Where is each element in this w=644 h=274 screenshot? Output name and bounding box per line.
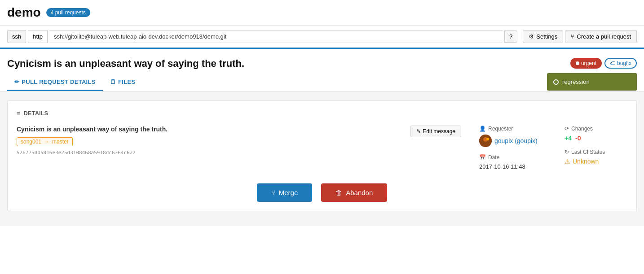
- ci-status-value: ⚠ Unknown: [565, 158, 627, 165]
- edit-icon: ✎: [416, 128, 421, 135]
- tab-pull-request-details[interactable]: ✏ PULL REQUEST DETAILS: [7, 74, 103, 91]
- label-bugfix[interactable]: 🏷 bugfix: [604, 58, 637, 69]
- commit-hash: 526775d05816e3e25d3108468a5918dc6364c622: [17, 150, 168, 156]
- action-buttons: ⑂ Merge 🗑 Abandon: [17, 183, 627, 202]
- labels-dropdown-menu: regression: [547, 73, 637, 91]
- circle-icon-regression: [553, 79, 559, 85]
- person-icon: 👤: [479, 126, 486, 132]
- ci-status-label: ↻ Last CI Status: [565, 149, 627, 155]
- details-right-col: 👤 Requester: [479, 126, 627, 170]
- list-icon: ≡: [17, 110, 20, 117]
- changes-row: +4 -0: [565, 135, 627, 142]
- url-help-button[interactable]: ?: [504, 30, 517, 43]
- tab-files[interactable]: 🗒 FILES: [103, 74, 143, 91]
- commit-title: Cynicism is an unpleasant way of saying …: [17, 126, 168, 133]
- fork-icon: ⑂: [571, 33, 574, 40]
- requester-link[interactable]: goupix (goupix): [494, 137, 538, 144]
- details-header: ≡ DETAILS: [17, 110, 627, 117]
- branch-arrow: →: [44, 139, 49, 145]
- date-label: 📅 Date: [479, 154, 542, 161]
- url-bar: ssh http ? ⚙ Settings ⑂ Create a pull re…: [0, 26, 644, 49]
- changes-ci-col: ⟳ Changes +4 -0 ↻ Last CI Status: [565, 126, 627, 170]
- trash-icon: 🗑: [335, 189, 342, 196]
- requester-date-col: 👤 Requester: [479, 126, 542, 170]
- labels-row: urgent 🏷 bugfix: [570, 58, 637, 69]
- abandon-button[interactable]: 🗑 Abandon: [321, 183, 387, 202]
- pr-header: Cynicism is an unpleasant way of saying …: [0, 49, 644, 74]
- files-icon: 🗒: [110, 78, 116, 85]
- repo-url-input[interactable]: [49, 30, 503, 43]
- changes-additions: +4: [565, 135, 572, 142]
- edit-message-button[interactable]: ✎ Edit message: [410, 126, 461, 137]
- label-urgent[interactable]: urgent: [570, 58, 602, 69]
- branch-to: master: [52, 139, 69, 145]
- repo-title: demo: [7, 5, 41, 20]
- tab-ssh[interactable]: ssh: [7, 30, 26, 43]
- details-body: Cynicism is an unpleasant way of saying …: [17, 126, 627, 170]
- labels-dropdown[interactable]: urgent 🏷 bugfix regression: [570, 58, 637, 69]
- settings-button[interactable]: ⚙ Settings: [523, 30, 563, 43]
- pull-requests-badge[interactable]: 4 pull requests: [46, 8, 90, 17]
- changes-deletions: -0: [575, 135, 581, 142]
- changes-label: ⟳ Changes: [565, 126, 627, 132]
- top-bar: demo 4 pull requests: [0, 0, 644, 26]
- tag-icon-bugfix: 🏷: [610, 60, 615, 66]
- circle-icon-urgent: [576, 61, 579, 65]
- avatar: [479, 135, 492, 147]
- gear-icon: ⚙: [529, 33, 534, 40]
- svg-point-2: [486, 138, 489, 140]
- create-pull-request-button[interactable]: ⑂ Create a pull request: [565, 30, 637, 43]
- tab-http[interactable]: http: [28, 30, 48, 43]
- details-left-col: Cynicism is an unpleasant way of saying …: [17, 126, 461, 170]
- date-value: 2017-10-16 11:48: [479, 163, 542, 170]
- changes-icon: ⟳: [565, 126, 569, 132]
- merge-icon: ⑂: [271, 189, 275, 196]
- pr-title: Cynicism is an unpleasant way of saying …: [7, 58, 244, 70]
- branch-from: song001: [21, 139, 41, 145]
- branch-badge: song001 → master: [17, 137, 73, 146]
- dropdown-item-regression[interactable]: regression: [547, 75, 637, 89]
- calendar-icon: 📅: [479, 154, 486, 161]
- details-card: ≡ DETAILS Cynicism is an unpleasant way …: [7, 100, 637, 211]
- requester-label: 👤 Requester: [479, 126, 542, 132]
- merge-button[interactable]: ⑂ Merge: [257, 183, 313, 202]
- pencil-icon: ✏: [14, 78, 19, 85]
- details-section: ≡ DETAILS Cynicism is an unpleasant way …: [0, 91, 644, 226]
- requester-row: goupix (goupix): [479, 135, 542, 147]
- ci-icon: ↻: [565, 149, 569, 155]
- warning-icon: ⚠: [565, 158, 570, 165]
